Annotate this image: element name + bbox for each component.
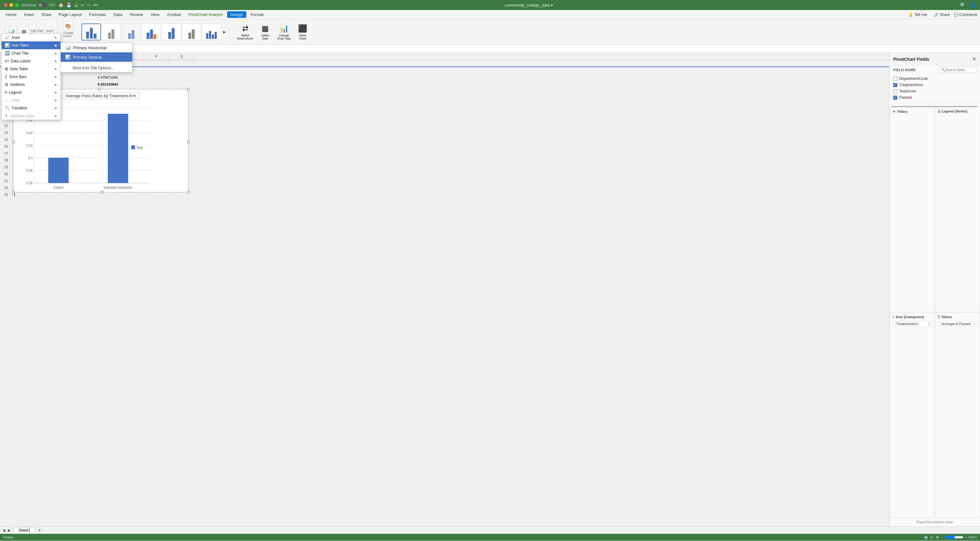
resize-handle-botmid[interactable] bbox=[101, 191, 103, 193]
menu-item-error-bars[interactable]: ┤ Error Bars ▶ bbox=[2, 73, 60, 81]
toolbar-undo-icon[interactable]: ↩ bbox=[81, 3, 84, 8]
menu-format[interactable]: Format bbox=[248, 11, 267, 18]
move-chart-button[interactable]: ⬛ MoveChart bbox=[294, 23, 311, 41]
values-item-passed[interactable]: : Average of Passed ℹ bbox=[938, 321, 977, 327]
resize-handle-midright[interactable] bbox=[187, 141, 189, 143]
cell-o16[interactable] bbox=[119, 74, 144, 81]
normal-view-icon[interactable]: ▦ bbox=[924, 535, 928, 539]
change-colors-button[interactable]: 🎨 bbox=[64, 21, 73, 31]
menu-item-data-labels[interactable]: 🏷 Data Labels ▶ bbox=[2, 57, 60, 65]
chart-style-3[interactable] bbox=[122, 24, 141, 40]
chart-style-4[interactable] bbox=[142, 24, 161, 40]
chart-title[interactable]: Average Pass Rates by Treatment Arm bbox=[62, 93, 139, 99]
change-chart-type-button[interactable]: 📊 ChangeChart Type bbox=[275, 23, 294, 41]
bar-control[interactable] bbox=[48, 158, 68, 183]
page-break-icon[interactable]: ⊞ bbox=[936, 535, 939, 539]
chart-style-more[interactable]: ▶ bbox=[222, 24, 227, 40]
zoom-slider[interactable] bbox=[945, 535, 963, 540]
menu-item-lines[interactable]: — Lines ▶ bbox=[2, 96, 60, 104]
scroll-right-icon[interactable]: ▶ bbox=[8, 528, 11, 533]
close-button[interactable] bbox=[4, 3, 8, 7]
menu-pivotchart-analyze[interactable]: PivotChart Analyze bbox=[186, 11, 226, 18]
field-checkbox-score[interactable] bbox=[893, 89, 897, 93]
cell-p17[interactable] bbox=[144, 81, 169, 88]
search-input[interactable] bbox=[945, 68, 974, 72]
cell-q15[interactable] bbox=[169, 67, 194, 73]
right-panel-close-button[interactable]: ✕ bbox=[972, 56, 976, 62]
scroll-left-icon[interactable]: ◀ bbox=[3, 528, 5, 533]
page-layout-icon[interactable]: ⊡ bbox=[930, 535, 933, 539]
select-data-button[interactable]: ▦ SelectData bbox=[257, 23, 274, 41]
search-icon[interactable]: 🔍 bbox=[960, 2, 966, 8]
cell-n17[interactable]: 0.431315844 bbox=[88, 81, 119, 88]
resize-handle-botright[interactable] bbox=[187, 191, 189, 193]
zoom-out-icon[interactable]: − bbox=[942, 535, 943, 539]
resize-handle-topmid[interactable] bbox=[99, 88, 101, 91]
cell-o17[interactable] bbox=[119, 81, 144, 88]
menu-item-trendline[interactable]: 📉 Trendline ▶ bbox=[2, 104, 60, 112]
cell-p14[interactable] bbox=[144, 60, 169, 67]
chart-style-5[interactable] bbox=[162, 24, 181, 40]
share-icon[interactable]: 👤 bbox=[970, 2, 976, 8]
maximize-button[interactable] bbox=[15, 3, 19, 7]
minimize-button[interactable] bbox=[10, 3, 13, 7]
cell-n16[interactable]: 0.470671046 bbox=[88, 74, 119, 81]
axis-item-info-icon[interactable]: ℹ bbox=[928, 322, 929, 326]
col-header-p[interactable]: P bbox=[144, 53, 169, 60]
menu-item-chart-title[interactable]: 🔤 Chart Title ▶ bbox=[2, 49, 60, 57]
menu-item-updown-bars[interactable]: ⬆ Up/Down Bars ▶ bbox=[2, 112, 60, 120]
menu-data[interactable]: Data bbox=[111, 11, 125, 18]
resize-handle-botleft[interactable] bbox=[12, 191, 15, 193]
submenu-more-options[interactable]: More Axis Title Options... bbox=[61, 64, 132, 72]
chart-style-7[interactable] bbox=[202, 24, 221, 40]
cell-q17[interactable] bbox=[169, 81, 194, 88]
add-sheet-button[interactable]: + bbox=[37, 527, 43, 533]
cell-p16[interactable] bbox=[144, 74, 169, 81]
menu-tell-me[interactable]: 💡 Tell me bbox=[905, 11, 931, 18]
chart-style-6[interactable] bbox=[182, 24, 201, 40]
share-button[interactable]: 🔗 Share bbox=[934, 13, 950, 17]
menu-insert[interactable]: Insert bbox=[21, 11, 38, 18]
menu-item-gridlines[interactable]: ⊟ Gridlines ▶ bbox=[2, 81, 60, 88]
axis-item-treatmentarm[interactable]: : TreatmentArm ℹ bbox=[892, 321, 932, 327]
cell-m17[interactable] bbox=[63, 81, 88, 88]
menu-review[interactable]: Review bbox=[127, 11, 146, 18]
formula-input[interactable] bbox=[35, 47, 977, 51]
menu-draw[interactable]: Draw bbox=[38, 11, 54, 18]
menu-formulas[interactable]: Formulas bbox=[86, 11, 109, 18]
cell-p15[interactable] bbox=[144, 67, 169, 73]
toolbar-save-icon[interactable]: 💾 bbox=[66, 3, 72, 8]
autosave-toggle[interactable] bbox=[38, 3, 47, 7]
menu-item-axis-titles[interactable]: 📊 Axis Titles ▶ bbox=[2, 41, 60, 49]
switch-rowcol-button[interactable]: ⇄ SwitchRow/Column bbox=[235, 23, 256, 41]
menu-view[interactable]: View bbox=[148, 11, 162, 18]
field-checkbox-passed[interactable] bbox=[893, 96, 897, 100]
bar-instructor[interactable] bbox=[108, 114, 128, 183]
menu-item-axes[interactable]: 📈 Axes ▶ bbox=[2, 34, 60, 41]
col-header-q[interactable]: Q bbox=[169, 53, 194, 60]
comments-button[interactable]: 💬 Comments bbox=[954, 13, 977, 17]
cell-q16[interactable] bbox=[169, 74, 194, 81]
toolbar-print-icon[interactable]: 🖨 bbox=[74, 3, 78, 8]
values-item-info-icon[interactable]: ℹ bbox=[974, 322, 975, 326]
zoom-in-icon[interactable]: + bbox=[965, 535, 967, 539]
field-checkbox-arm[interactable] bbox=[893, 83, 897, 87]
menu-home[interactable]: Home bbox=[3, 11, 20, 18]
chart-style-2[interactable] bbox=[102, 24, 121, 40]
menu-item-data-table[interactable]: ⊞ Data Table ▶ bbox=[2, 65, 60, 73]
menu-design[interactable]: Design bbox=[227, 11, 246, 18]
submenu-primary-vertical[interactable]: 📊 Primary Vertical bbox=[61, 52, 132, 62]
submenu-primary-horizontal[interactable]: 📊 Primary Horizontal bbox=[61, 43, 132, 52]
resize-handle-topright[interactable] bbox=[187, 88, 189, 91]
cell-q14[interactable] bbox=[169, 60, 194, 67]
menu-page-layout[interactable]: Page Layout bbox=[56, 11, 85, 18]
sheet-tab-sheet1[interactable]: Sheet1 bbox=[14, 527, 35, 533]
toolbar-more-icon[interactable]: ••• bbox=[93, 3, 98, 8]
field-checkbox-dept[interactable] bbox=[893, 77, 897, 81]
menu-acrobat[interactable]: Acrobat bbox=[164, 11, 184, 18]
menu-item-legend[interactable]: ≡ Legend ▶ bbox=[2, 88, 60, 96]
toolbar-home-icon[interactable]: 🏠 bbox=[58, 3, 64, 8]
resize-handle-midleft[interactable] bbox=[12, 141, 15, 143]
chart-style-1[interactable] bbox=[81, 24, 101, 40]
toolbar-redo-icon[interactable]: ↪ bbox=[87, 3, 91, 8]
